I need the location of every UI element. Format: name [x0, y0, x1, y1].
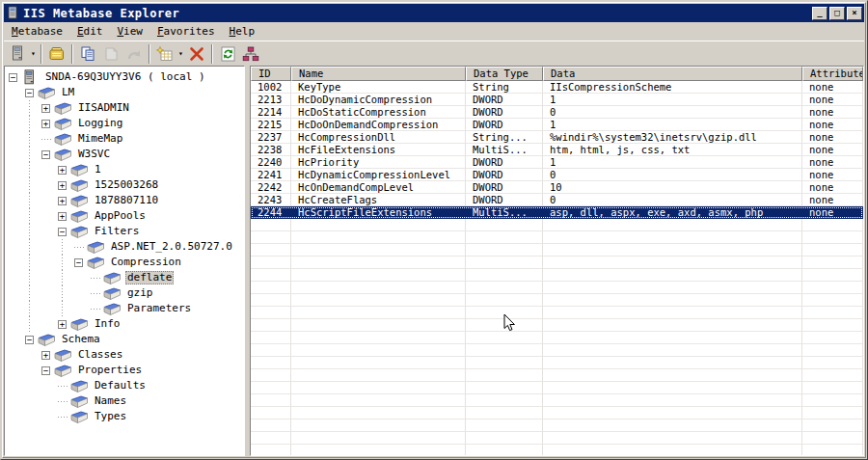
tree-item-w3svc[interactable]: −W3SVC — [5, 147, 244, 162]
table-row-empty[interactable] — [251, 244, 863, 257]
connect-server-button[interactable] — [6, 43, 29, 65]
table-row-2213[interactable]: 2213HcDoDynamicCompressionDWORD1none — [251, 94, 863, 106]
table-row-empty[interactable] — [251, 369, 863, 382]
table-row-2242[interactable]: 2242HcOnDemandCompLevelDWORD10none — [251, 181, 863, 194]
refresh-button[interactable] — [216, 43, 239, 65]
expand-icon[interactable]: + — [58, 181, 67, 190]
expand-icon[interactable]: + — [58, 212, 67, 221]
table-row-2215[interactable]: 2215HcDoOnDemandCompressionDWORD1none — [251, 119, 863, 131]
collapse-icon[interactable]: − — [74, 258, 83, 267]
expand-icon[interactable]: + — [41, 104, 50, 113]
tree-item-logging[interactable]: +Logging — [5, 116, 244, 131]
tree-item-snda-69q3uyy3v6-local[interactable]: −SNDA-69Q3UYY3V6 ( local ) — [5, 69, 244, 85]
expand-icon[interactable]: + — [41, 120, 50, 128]
table-row-1002[interactable]: 1002KeyTypeStringIIsCompressionSchemenon… — [251, 81, 863, 94]
open-button[interactable] — [45, 43, 68, 65]
table-row-2237[interactable]: 2237HcCompressionDllString...%windir%\sy… — [251, 131, 863, 144]
expand-icon[interactable]: + — [58, 166, 67, 175]
expand-icon[interactable]: + — [58, 197, 67, 205]
tree-item-defaults[interactable]: Defaults — [5, 378, 244, 393]
tree-item-label: Logging — [76, 117, 124, 130]
menu-item-favorites[interactable]: Favorites — [150, 23, 223, 40]
undo-button[interactable] — [122, 43, 146, 65]
title-bar[interactable]: IIS Metabase Explorer _ □ × — [4, 4, 864, 22]
menu-item-metabase[interactable]: Metabase — [5, 23, 70, 40]
delete-button[interactable] — [185, 43, 208, 65]
collapse-icon[interactable]: − — [9, 73, 17, 82]
collapse-icon[interactable]: − — [25, 336, 34, 344]
table-row-empty[interactable] — [251, 344, 863, 357]
table-row-empty[interactable] — [251, 319, 863, 332]
column-header-data[interactable]: Data — [543, 67, 802, 81]
table-row-empty[interactable] — [251, 257, 863, 269]
minimize-button[interactable]: _ — [812, 7, 827, 20]
tree-item-types[interactable]: Types — [5, 409, 244, 424]
table-row-empty[interactable] — [251, 407, 863, 419]
tree-item-asp-net-2-0-50727-0[interactable]: ASP.NET_2.0.50727.0 — [5, 239, 244, 255]
collapse-icon[interactable]: − — [25, 89, 34, 97]
tree-item-classes[interactable]: +Classes — [5, 347, 244, 363]
table-row-empty[interactable] — [251, 332, 863, 344]
view-tree-button[interactable] — [239, 43, 262, 65]
table-row-empty[interactable] — [251, 382, 863, 394]
collapse-icon[interactable]: − — [41, 150, 50, 159]
table-row-empty[interactable] — [251, 219, 863, 231]
tree-item-lm[interactable]: −LM — [5, 85, 244, 100]
table-row-empty[interactable] — [251, 432, 863, 445]
table-row-2214[interactable]: 2214HcDoStaticCompressionDWORD0none — [251, 106, 863, 119]
table-row-empty[interactable] — [251, 282, 863, 294]
tree-item-deflate[interactable]: deflate — [5, 270, 244, 285]
tree-item-names[interactable]: Names — [5, 393, 244, 409]
tree-item-gzip[interactable]: gzip — [5, 285, 244, 301]
table-row-empty[interactable] — [251, 269, 863, 282]
table-row-2243[interactable]: 2243HcCreateFlagsDWORD0none — [251, 194, 863, 206]
table-row-2241[interactable]: 2241HcDynamicCompressionLevelDWORD0none — [251, 169, 863, 181]
table-row-empty[interactable] — [251, 231, 863, 244]
collapse-icon[interactable]: − — [58, 228, 67, 236]
empty-cell — [543, 294, 802, 307]
expand-icon[interactable]: + — [58, 320, 67, 329]
column-header-attributes[interactable]: Attributes — [802, 67, 863, 81]
tree-item-info[interactable]: +Info — [5, 316, 244, 332]
column-header-id[interactable]: ID — [251, 67, 291, 81]
copy-button[interactable] — [76, 43, 99, 65]
paste-button[interactable] — [99, 43, 122, 65]
menu-item-view[interactable]: View — [110, 23, 150, 40]
expand-icon[interactable]: + — [41, 351, 50, 360]
table-row-empty[interactable] — [251, 419, 863, 432]
tree-item-iisadmin[interactable]: +IISADMIN — [5, 100, 244, 116]
tree-item-1[interactable]: +1 — [5, 162, 244, 177]
tree-item-apppools[interactable]: +AppPools — [5, 208, 244, 224]
column-header-data-type[interactable]: Data Type — [466, 67, 543, 81]
table-row-empty[interactable] — [251, 394, 863, 407]
menu-item-help[interactable]: Help — [223, 23, 263, 40]
connect-server-dropdown-arrow-icon[interactable]: ▾ — [29, 49, 38, 58]
menu-item-edit[interactable]: Edit — [70, 23, 111, 40]
tree-item-1525003268[interactable]: +1525003268 — [5, 177, 244, 193]
tree-item-filters[interactable]: −Filters — [5, 224, 244, 239]
empty-cell — [291, 445, 466, 455]
table-row-2238[interactable]: 2238HcFileExtensionsMultiS...htm, html, … — [251, 144, 863, 156]
tree-item-properties[interactable]: −Properties — [5, 363, 244, 378]
cell-data-type: DWORD — [466, 194, 543, 206]
new-key-dropdown-arrow-icon[interactable]: ▾ — [176, 49, 185, 58]
table-row-empty[interactable] — [251, 357, 863, 369]
close-button[interactable]: × — [847, 7, 862, 20]
new-key-button[interactable] — [153, 43, 176, 65]
cell-data: IIsCompressionScheme — [543, 81, 802, 94]
tree-item-compression[interactable]: −Compression — [5, 255, 244, 270]
cell-attributes: none — [802, 131, 863, 144]
tree-item-parameters[interactable]: Parameters — [5, 301, 244, 316]
table-row-empty[interactable] — [251, 294, 863, 307]
tree-item-mimemap[interactable]: MimeMap — [5, 131, 244, 147]
maximize-button[interactable]: □ — [829, 7, 845, 20]
tree-item-schema[interactable]: −Schema — [5, 332, 244, 347]
tree-item-1878807110[interactable]: +1878807110 — [5, 193, 244, 208]
table-row-2244[interactable]: 2244HcScriptFileExtensionsMultiS...asp, … — [251, 206, 863, 219]
table-row-empty[interactable] — [251, 445, 863, 455]
empty-cell — [251, 244, 291, 257]
table-row-2240[interactable]: 2240HcPriorityDWORD1none — [251, 156, 863, 169]
collapse-icon[interactable]: − — [41, 366, 50, 375]
table-row-empty[interactable] — [251, 307, 863, 319]
column-header-name[interactable]: Name — [291, 67, 466, 81]
